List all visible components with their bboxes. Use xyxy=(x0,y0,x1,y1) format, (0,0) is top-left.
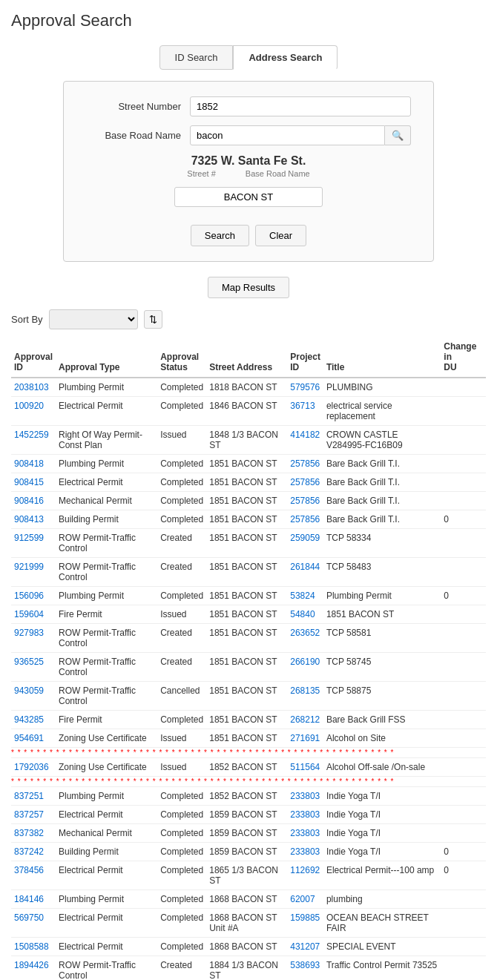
cell-title: TCP 58581 xyxy=(323,624,441,653)
project-id-link[interactable]: 259059 xyxy=(290,533,320,543)
cell-approval-id: 837242 xyxy=(11,843,56,861)
base-road-row: Base Road Name 🔍 xyxy=(86,125,411,145)
col-header-title: Title xyxy=(323,337,441,378)
cell-change-du: 0 xyxy=(441,510,486,529)
project-id-link[interactable]: 414182 xyxy=(290,430,320,440)
approval-id-link[interactable]: 2038103 xyxy=(14,382,49,392)
project-id-link[interactable]: 431207 xyxy=(290,941,320,952)
project-id-link[interactable]: 257856 xyxy=(290,458,320,469)
table-row: 837242Building PermitCompleted1859 BACON… xyxy=(11,843,486,861)
approval-id-link[interactable]: 1894426 xyxy=(14,960,49,970)
project-id-link[interactable]: 257856 xyxy=(290,477,320,487)
street-number-input[interactable] xyxy=(190,96,411,116)
approval-id-link[interactable]: 378456 xyxy=(14,865,44,875)
project-id-link[interactable]: 257856 xyxy=(290,514,320,524)
project-id-link[interactable]: 36713 xyxy=(290,401,315,411)
sort-bar: Sort By ⇅ xyxy=(11,309,486,329)
approval-id-link[interactable]: 943285 xyxy=(14,714,44,725)
cell-project-id: 233803 xyxy=(287,843,323,861)
approval-id-link[interactable]: 943059 xyxy=(14,685,44,696)
approval-id-link[interactable]: 912599 xyxy=(14,533,44,543)
cell-street-address: 1868 BACON ST xyxy=(206,938,287,956)
cell-street-address: 1859 BACON ST xyxy=(206,843,287,861)
address-preview: 7325 W. Santa Fe St. Street # Base Road … xyxy=(86,154,411,178)
cell-approval-status: Cancelled xyxy=(157,682,206,711)
cell-title: Alcohol on Site xyxy=(323,729,441,748)
project-id-link[interactable]: 257856 xyxy=(290,496,320,506)
project-id-link[interactable]: 261844 xyxy=(290,562,320,572)
cell-approval-id: 908413 xyxy=(11,510,56,529)
cell-approval-status: Issued xyxy=(157,729,206,748)
approval-id-link[interactable]: 927983 xyxy=(14,628,44,638)
cell-street-address: 1851 BACON ST xyxy=(206,529,287,558)
street-number-row: Street Number xyxy=(86,96,411,116)
cell-approval-id: 378456 xyxy=(11,861,56,890)
approval-id-link[interactable]: 837382 xyxy=(14,828,44,838)
project-id-link[interactable]: 159885 xyxy=(290,912,320,923)
approval-id-link[interactable]: 837251 xyxy=(14,791,44,801)
base-road-search-icon-btn[interactable]: 🔍 xyxy=(385,125,411,145)
project-id-link[interactable]: 271691 xyxy=(290,733,320,743)
cell-street-address: 1868 BACON ST Unit #A xyxy=(206,909,287,938)
project-id-link[interactable]: 263652 xyxy=(290,628,320,638)
project-id-link[interactable]: 233803 xyxy=(290,846,320,857)
project-id-link[interactable]: 112692 xyxy=(290,865,320,875)
cell-title: Bare Back Grill FSS xyxy=(323,711,441,729)
base-road-input[interactable] xyxy=(190,125,385,145)
map-results-button[interactable]: Map Results xyxy=(208,277,289,298)
approval-id-link[interactable]: 159604 xyxy=(14,609,44,619)
project-id-link[interactable]: 62007 xyxy=(290,894,315,904)
approval-id-link[interactable]: 837257 xyxy=(14,809,44,820)
approval-id-link[interactable]: 908415 xyxy=(14,477,44,487)
approval-id-link[interactable]: 1792036 xyxy=(14,762,49,772)
project-id-link[interactable]: 511564 xyxy=(290,762,320,772)
project-id-link[interactable]: 233803 xyxy=(290,828,320,838)
approval-id-link[interactable]: 184146 xyxy=(14,894,44,904)
sort-select[interactable] xyxy=(49,309,138,329)
approval-id-link[interactable]: 908413 xyxy=(14,514,44,524)
approval-id-link[interactable]: 1452259 xyxy=(14,430,49,440)
approval-id-link[interactable]: 908418 xyxy=(14,458,44,469)
tab-id-search[interactable]: ID Search xyxy=(159,45,234,70)
sort-order-button[interactable]: ⇅ xyxy=(144,310,162,329)
clear-button[interactable]: Clear xyxy=(255,225,306,246)
cell-title: OCEAN BEACH STREET FAIR xyxy=(323,909,441,938)
approval-id-link[interactable]: 156096 xyxy=(14,591,44,601)
approval-id-link[interactable]: 921999 xyxy=(14,562,44,572)
cell-project-id: 257856 xyxy=(287,455,323,473)
approval-id-link[interactable]: 908416 xyxy=(14,496,44,506)
approval-id-link[interactable]: 837242 xyxy=(14,846,44,857)
approval-id-link[interactable]: 936525 xyxy=(14,657,44,667)
project-id-link[interactable]: 53824 xyxy=(290,591,315,601)
approval-id-link[interactable]: 569750 xyxy=(14,912,44,923)
table-row: 184146Plumbing PermitCompleted1868 BACON… xyxy=(11,890,486,909)
tab-address-search[interactable]: Address Search xyxy=(233,45,338,70)
project-id-link[interactable]: 268212 xyxy=(290,714,320,725)
approval-id-link[interactable]: 100920 xyxy=(14,401,44,411)
project-id-link[interactable]: 233803 xyxy=(290,791,320,801)
table-row: 1792036Zoning Use CertificateIssued1852 … xyxy=(11,758,486,777)
cell-project-id: 259059 xyxy=(287,529,323,558)
cell-change-du xyxy=(441,653,486,682)
table-row: 943285Fire PermitCompleted1851 BACON ST2… xyxy=(11,711,486,729)
project-id-link[interactable]: 579576 xyxy=(290,382,320,392)
cell-approval-status: Created xyxy=(157,558,206,587)
project-id-link[interactable]: 538693 xyxy=(290,960,320,970)
project-id-link[interactable]: 268135 xyxy=(290,685,320,696)
approval-id-link[interactable]: 1508588 xyxy=(14,941,49,952)
approval-id-link[interactable]: 954691 xyxy=(14,733,44,743)
table-row: 908418Plumbing PermitCompleted1851 BACON… xyxy=(11,455,486,473)
cell-change-du xyxy=(441,787,486,806)
table-row: 837382Mechanical PermitCompleted1859 BAC… xyxy=(11,824,486,843)
search-button[interactable]: Search xyxy=(191,225,249,246)
project-id-link[interactable]: 54840 xyxy=(290,609,315,619)
cell-change-du xyxy=(441,397,486,426)
cell-project-id: 511564 xyxy=(287,758,323,777)
address-result-input[interactable] xyxy=(174,187,323,207)
project-id-link[interactable]: 266190 xyxy=(290,657,320,667)
cell-approval-type: Building Permit xyxy=(56,510,157,529)
cell-street-address: 1859 BACON ST xyxy=(206,824,287,843)
cell-approval-type: ROW Permit-Traffic Control xyxy=(56,529,157,558)
cell-change-du xyxy=(441,956,486,981)
project-id-link[interactable]: 233803 xyxy=(290,809,320,820)
